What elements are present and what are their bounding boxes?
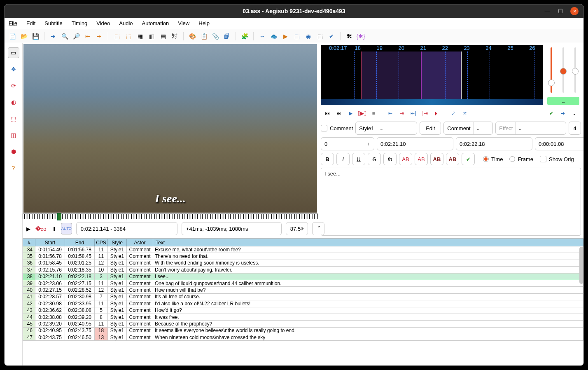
horizontal-zoom-slider[interactable] — [551, 47, 552, 93]
italic-button[interactable]: I — [336, 153, 350, 165]
table-row[interactable]: 380:02:21.100:02:22.183Style1CommentI se… — [23, 273, 583, 280]
properties-icon[interactable]: 📋 — [199, 32, 208, 41]
start-time-input[interactable] — [377, 137, 453, 150]
jump-to-icon[interactable]: ➔ — [49, 32, 58, 41]
table-row[interactable]: 460:02:40.950:02:43.7518Style1CommentIt … — [23, 327, 583, 334]
timing-post-icon[interactable]: ⬚ — [315, 32, 324, 41]
end-time-input[interactable] — [456, 137, 532, 150]
menu-subtitle[interactable]: Subtitle — [44, 20, 62, 26]
table-row[interactable]: 390:02:23.060:02:27.1511Style1CommentOne… — [23, 280, 583, 286]
menu-help[interactable]: Help — [198, 20, 210, 26]
frame-radio[interactable] — [509, 156, 515, 162]
strike-button[interactable]: S — [368, 153, 381, 165]
commit-icon[interactable]: ✔ — [547, 110, 555, 117]
vertical-zoom-slider[interactable] — [562, 47, 564, 93]
video-zoom-input[interactable] — [286, 222, 308, 235]
seek-cursor[interactable] — [57, 213, 61, 220]
play-button[interactable]: ▶ — [26, 223, 31, 234]
link-sliders-button[interactable]: ⎵ — [547, 97, 579, 105]
rotate-xy-icon[interactable]: ◐ — [8, 97, 19, 108]
pause-button[interactable]: ⏸ — [51, 223, 57, 234]
open-file-icon[interactable]: 📂 — [19, 32, 28, 41]
select-lines-icon[interactable]: ⬚ — [292, 32, 301, 41]
play-before-start-icon[interactable]: ⇤ — [386, 110, 394, 117]
video-time-input[interactable] — [76, 222, 177, 235]
video-seekbar[interactable] — [23, 213, 318, 219]
bold-button[interactable]: B — [321, 153, 334, 165]
kanji-timer-icon[interactable]: 対 — [170, 32, 179, 41]
table-row[interactable]: 470:02:43.750:02:46.5013Style1CommentWhe… — [23, 334, 583, 341]
fonts-collector-icon[interactable]: 🗐 — [222, 32, 231, 41]
zoom-in-icon[interactable]: 🔍 — [60, 32, 69, 41]
stop-icon[interactable]: ■ — [369, 110, 378, 117]
audio-spectrogram[interactable]: 0:02:17 18 19 20 21 22 23 24 25 26 — [321, 45, 543, 105]
color2-button[interactable]: AB — [415, 153, 428, 165]
time-radio[interactable] — [483, 156, 489, 162]
snap-start-icon[interactable]: ⬚ — [112, 32, 121, 41]
snap-end-icon[interactable]: ⬚ — [124, 32, 133, 41]
subtitle-grid[interactable]: #StartEnd CPSStyleActor Text 340:01:54.4… — [23, 238, 583, 365]
color4-button[interactable]: AB — [446, 153, 459, 165]
commit-text-button[interactable]: ✔ — [462, 153, 475, 165]
select-visible-icon[interactable]: ▦ — [135, 32, 145, 41]
spellcheck-icon[interactable]: ✔ — [327, 32, 336, 41]
layer-spinner[interactable]: 0 − + — [321, 137, 374, 150]
edit-style-button[interactable]: Edit — [420, 122, 441, 135]
jump-video-end-icon[interactable]: ⇥ — [95, 32, 104, 41]
subtitle-text-input[interactable]: I see... — [321, 168, 581, 236]
comment-checkbox[interactable] — [321, 125, 327, 131]
clip-tool-icon[interactable]: ◫ — [8, 130, 19, 141]
play-line-button[interactable]: �со — [35, 223, 47, 234]
save-file-icon[interactable]: 💾 — [31, 32, 40, 41]
zoom-out-icon[interactable]: 🔎 — [72, 32, 81, 41]
table-row[interactable]: 350:01:56.780:01:58.4511Style1CommentThe… — [23, 253, 583, 260]
duration-input[interactable] — [535, 137, 584, 150]
rotate-z-icon[interactable]: ⟳ — [8, 80, 19, 91]
table-row[interactable]: 340:01:54.490:01:56.7811Style1CommentExc… — [23, 246, 583, 253]
prev-line-icon[interactable]: ⏮ — [323, 110, 331, 117]
play-line-audio-icon[interactable]: ⟦▶⟧ — [358, 110, 366, 117]
translation-icon[interactable]: ▶ — [281, 32, 290, 41]
sort-icon[interactable]: 🐟 — [269, 32, 278, 41]
shift-selection-icon[interactable]: ▤ — [159, 32, 168, 41]
close-button[interactable]: ✕ — [570, 7, 579, 15]
menu-view[interactable]: View — [178, 20, 189, 26]
table-row[interactable]: 400:02:27.150:02:28.5212Style1CommentHow… — [23, 287, 583, 293]
menu-video[interactable]: Video — [96, 20, 110, 26]
play-before-end-icon[interactable]: ⇤| — [409, 110, 418, 117]
play-last500-icon[interactable]: ⏵ — [432, 110, 441, 117]
table-row[interactable]: 430:02:36.620:02:38.085Style1CommentHow'… — [23, 307, 583, 314]
resample-icon[interactable]: ◉ — [304, 32, 313, 41]
maximize-button[interactable]: ▢ — [557, 7, 564, 14]
scale-tool-icon[interactable]: ⬚ — [8, 113, 19, 124]
table-row[interactable]: 410:02:28.570:02:30.987Style1CommentIt's… — [23, 293, 583, 300]
menu-file[interactable]: File — [9, 20, 17, 26]
automation-icon[interactable]: 🧩 — [240, 32, 249, 41]
color3-button[interactable]: AB — [430, 153, 443, 165]
autoscroll-button[interactable]: AUTO — [61, 223, 72, 234]
next-line-icon[interactable]: ⏭ — [335, 110, 343, 117]
volume-slider[interactable] — [574, 47, 576, 93]
minimize-button[interactable]: — — [544, 7, 551, 14]
table-row[interactable]: 440:02:38.080:02:39.208Style1CommentIt w… — [23, 314, 583, 320]
video-display[interactable]: I see... — [23, 44, 317, 213]
table-row[interactable]: 360:01:58.450:02:01.2512Style1CommentWit… — [23, 260, 583, 266]
grid-scrollbar[interactable] — [579, 247, 583, 284]
lead-in-icon[interactable]: ⤦ — [449, 110, 457, 117]
grid-header[interactable]: #StartEnd CPSStyleActor Text — [23, 239, 583, 246]
menu-automation[interactable]: Automation — [142, 20, 169, 26]
play-after-end-icon[interactable]: |⇥ — [421, 110, 429, 117]
assdraw-icon[interactable]: {✱} — [356, 32, 365, 41]
table-row[interactable]: 420:02:30.980:02:33.9511Style1CommentI'd… — [23, 300, 583, 307]
styles-manager-icon[interactable]: 🎨 — [188, 32, 197, 41]
menu-audio[interactable]: Audio — [119, 20, 133, 26]
play-after-start-icon[interactable]: ⇥ — [398, 110, 406, 117]
attachments-icon[interactable]: 📎 — [211, 32, 220, 41]
options-icon[interactable]: 🛠 — [345, 32, 354, 41]
font-button[interactable]: fn — [383, 153, 397, 165]
vector-clip-icon[interactable]: ⬢ — [8, 146, 19, 157]
goto-selection-icon[interactable]: ➔ — [559, 110, 567, 117]
style-combo[interactable]: Style1⌄ — [355, 122, 417, 135]
table-row[interactable]: 370:02:15.760:02:18.3510Style1CommentDon… — [23, 267, 583, 273]
jump-video-start-icon[interactable]: ⇤ — [83, 32, 92, 41]
